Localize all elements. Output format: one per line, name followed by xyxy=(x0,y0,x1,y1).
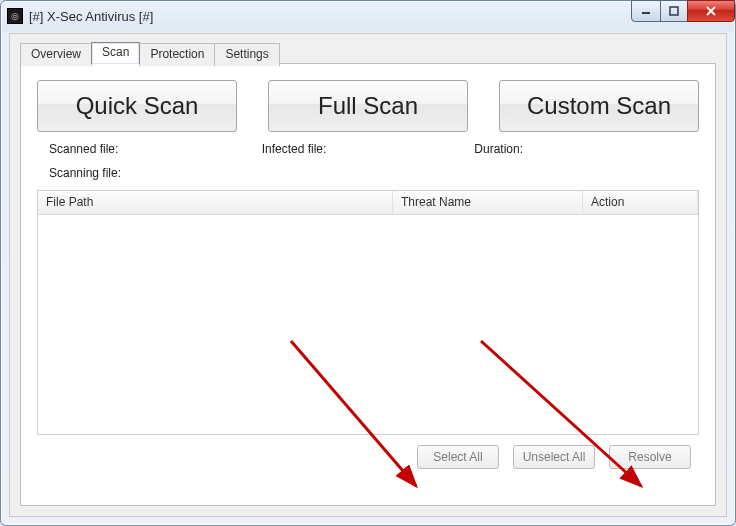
full-scan-button[interactable]: Full Scan xyxy=(268,80,468,132)
resolve-button[interactable]: Resolve xyxy=(609,445,691,469)
results-grid[interactable]: File Path Threat Name Action xyxy=(37,190,699,435)
select-all-button[interactable]: Select All xyxy=(417,445,499,469)
close-button[interactable] xyxy=(687,0,735,22)
svg-rect-1 xyxy=(670,7,678,15)
duration-label: Duration: xyxy=(474,142,687,156)
scanned-file-label: Scanned file: xyxy=(49,142,262,156)
status-row-1: Scanned file: Infected file: Duration: xyxy=(21,142,715,160)
app-icon: ◎ xyxy=(7,8,23,24)
maximize-button[interactable] xyxy=(660,0,688,22)
client-area: Overview Scan Protection Settings Quick … xyxy=(9,33,727,517)
tabpanel-scan: Quick Scan Full Scan Custom Scan Scanned… xyxy=(20,63,716,506)
scanning-file-label: Scanning file: xyxy=(49,166,687,180)
tabstrip: Overview Scan Protection Settings xyxy=(20,42,279,65)
col-action[interactable]: Action xyxy=(583,191,698,214)
tab-scan[interactable]: Scan xyxy=(91,42,140,65)
scan-type-row: Quick Scan Full Scan Custom Scan xyxy=(21,64,715,142)
tab-overview[interactable]: Overview xyxy=(20,43,92,66)
minimize-button[interactable] xyxy=(631,0,661,22)
status-row-2: Scanning file: xyxy=(21,160,715,190)
titlebar[interactable]: ◎ [#] X-Sec Antivirus [#] xyxy=(1,1,735,31)
col-threat-name[interactable]: Threat Name xyxy=(393,191,583,214)
bottom-button-row: Select All Unselect All Resolve xyxy=(21,435,715,469)
app-window: ◎ [#] X-Sec Antivirus [#] Overview Scan … xyxy=(0,0,736,526)
tab-protection[interactable]: Protection xyxy=(139,43,215,66)
window-title: [#] X-Sec Antivirus [#] xyxy=(29,9,153,24)
grid-body xyxy=(38,215,698,434)
window-controls xyxy=(632,0,735,22)
unselect-all-button[interactable]: Unselect All xyxy=(513,445,595,469)
col-file-path[interactable]: File Path xyxy=(38,191,393,214)
grid-header: File Path Threat Name Action xyxy=(38,191,698,215)
tab-settings[interactable]: Settings xyxy=(214,43,279,66)
quick-scan-button[interactable]: Quick Scan xyxy=(37,80,237,132)
custom-scan-button[interactable]: Custom Scan xyxy=(499,80,699,132)
infected-file-label: Infected file: xyxy=(262,142,475,156)
